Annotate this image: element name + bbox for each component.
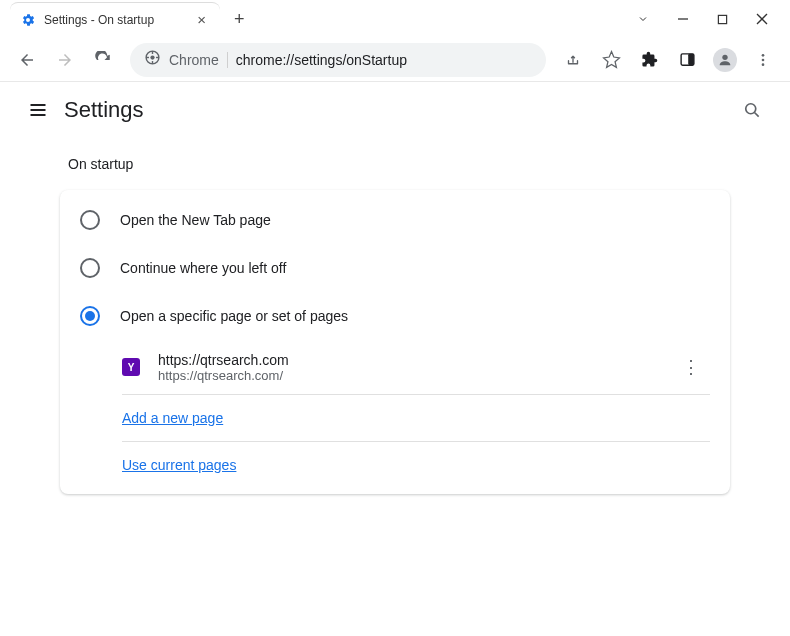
url-divider bbox=[227, 52, 228, 68]
bookmark-button[interactable] bbox=[594, 43, 628, 77]
avatar-icon bbox=[713, 48, 737, 72]
radio-icon bbox=[80, 258, 100, 278]
maximize-icon[interactable] bbox=[717, 14, 728, 25]
svg-line-17 bbox=[755, 113, 759, 117]
svg-point-16 bbox=[746, 104, 756, 114]
svg-point-14 bbox=[762, 58, 765, 61]
forward-button[interactable] bbox=[48, 43, 82, 77]
settings-header: Settings bbox=[0, 82, 790, 138]
browser-toolbar: Chrome chrome://settings/onStartup bbox=[0, 38, 790, 82]
page-url-text: https://qtrsearch.com/ bbox=[158, 368, 672, 383]
option-specific-pages[interactable]: Open a specific page or set of pages bbox=[60, 292, 730, 340]
section-title: On startup bbox=[68, 156, 730, 172]
url-path: chrome://settings/onStartup bbox=[236, 52, 407, 68]
extensions-button[interactable] bbox=[632, 43, 666, 77]
option-label: Continue where you left off bbox=[120, 260, 286, 276]
address-bar[interactable]: Chrome chrome://settings/onStartup bbox=[130, 43, 546, 77]
svg-rect-1 bbox=[718, 15, 726, 23]
radio-icon bbox=[80, 210, 100, 230]
option-continue[interactable]: Continue where you left off bbox=[60, 244, 730, 292]
tab-close-icon[interactable]: × bbox=[193, 11, 210, 28]
svg-point-12 bbox=[722, 54, 727, 59]
settings-gear-icon bbox=[20, 12, 36, 28]
option-new-tab[interactable]: Open the New Tab page bbox=[60, 196, 730, 244]
page-kebab-menu[interactable]: ⋮ bbox=[672, 350, 710, 384]
svg-point-15 bbox=[762, 63, 765, 66]
close-icon[interactable] bbox=[756, 13, 768, 25]
search-settings-button[interactable] bbox=[732, 90, 772, 130]
back-button[interactable] bbox=[10, 43, 44, 77]
tab-title: Settings - On startup bbox=[44, 13, 193, 27]
new-tab-button[interactable]: + bbox=[234, 9, 245, 30]
settings-content: On startup Open the New Tab page Continu… bbox=[0, 138, 790, 502]
reload-button[interactable] bbox=[86, 43, 120, 77]
dropdown-caret-icon[interactable] bbox=[637, 13, 649, 25]
chrome-menu-button[interactable] bbox=[746, 43, 780, 77]
use-current-row: Use current pages bbox=[60, 442, 730, 488]
page-title: Settings bbox=[64, 97, 144, 123]
radio-selected-icon bbox=[80, 306, 100, 326]
minimize-icon[interactable] bbox=[677, 13, 689, 25]
startup-page-row: Y https://qtrsearch.com https://qtrsearc… bbox=[60, 340, 730, 394]
add-page-row: Add a new page bbox=[60, 395, 730, 441]
page-favicon-icon: Y bbox=[122, 358, 140, 376]
add-new-page-link[interactable]: Add a new page bbox=[122, 410, 223, 426]
page-info: https://qtrsearch.com https://qtrsearch.… bbox=[158, 352, 672, 383]
tab-strip: Settings - On startup × + bbox=[0, 0, 790, 38]
svg-point-5 bbox=[150, 55, 154, 59]
use-current-pages-link[interactable]: Use current pages bbox=[122, 457, 236, 473]
option-label: Open the New Tab page bbox=[120, 212, 271, 228]
share-button[interactable] bbox=[556, 43, 590, 77]
hamburger-menu-button[interactable] bbox=[18, 90, 58, 130]
svg-rect-11 bbox=[688, 54, 694, 65]
page-title-text: https://qtrsearch.com bbox=[158, 352, 672, 368]
startup-card: Open the New Tab page Continue where you… bbox=[60, 190, 730, 494]
site-info-icon[interactable] bbox=[144, 49, 161, 70]
option-label: Open a specific page or set of pages bbox=[120, 308, 348, 324]
sidepanel-button[interactable] bbox=[670, 43, 704, 77]
browser-tab[interactable]: Settings - On startup × bbox=[10, 2, 220, 36]
svg-point-13 bbox=[762, 54, 765, 57]
profile-button[interactable] bbox=[708, 43, 742, 77]
url-host: Chrome bbox=[169, 52, 219, 68]
